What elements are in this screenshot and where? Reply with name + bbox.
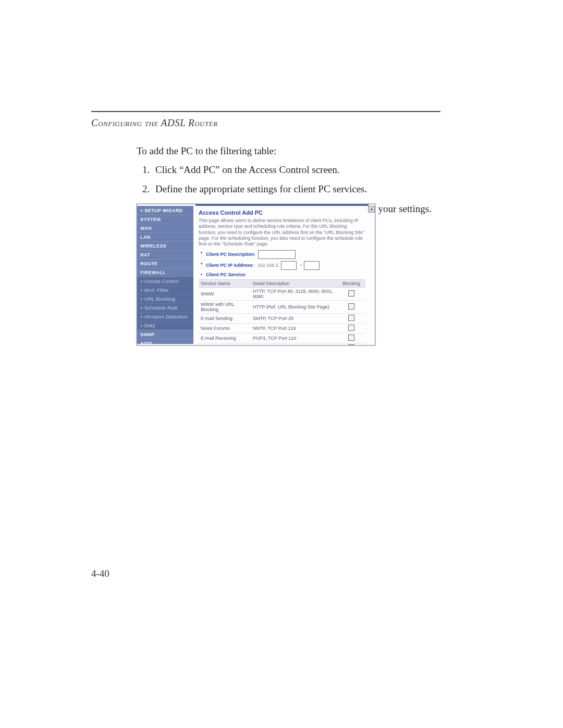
svc-detail: POP3, TCP Port 110: [251, 334, 337, 343]
blocking-checkbox[interactable]: [348, 303, 354, 310]
nav-sub-intrusion-detection[interactable]: » Intrusion Detection: [137, 312, 193, 321]
th-blocking: Blocking: [337, 280, 365, 288]
nav-sub-url-blocking[interactable]: » URL Blocking: [137, 294, 193, 303]
table-row: Secure HTTP HTTPS, TCP Port 443: [199, 343, 365, 346]
document-page: Configuring the ADSL Router To add the P…: [0, 0, 563, 728]
nav-sub-access-control[interactable]: » Access Control: [137, 277, 193, 286]
svc-name: WWW with URL Blocking: [199, 301, 251, 314]
svc-name: Secure HTTP: [199, 343, 251, 346]
service-table-header-row: Service Name Detail Description Blocking: [199, 280, 365, 288]
nav-adsl[interactable]: ADSL: [137, 339, 193, 344]
table-row: News Forums NNTP, TCP Port 119: [199, 324, 365, 334]
nav-system[interactable]: SYSTEM: [137, 215, 193, 224]
client-pc-ip-prefix: 192.168.2.: [258, 263, 280, 268]
table-row: WWW with URL Blocking HTTP (Ref. URL Blo…: [199, 301, 365, 314]
svc-detail: SMTP, TCP Port 25: [251, 314, 337, 324]
svc-detail: NNTP, TCP Port 119: [251, 324, 337, 334]
field-client-pc-description: Client PC Description:: [199, 250, 365, 259]
client-pc-ip-end[interactable]: [304, 261, 320, 270]
nav-sub-mac-filter[interactable]: » MAC Filter: [137, 286, 193, 294]
nav-wireless[interactable]: WIRELESS: [137, 241, 193, 250]
page-header: Configuring the ADSL Router: [91, 117, 218, 129]
nav-lan[interactable]: LAN: [137, 232, 193, 241]
accent-bar: [195, 204, 369, 206]
panel-title: Access Control Add PC: [199, 209, 365, 216]
client-pc-service-header: Client PC Service:: [199, 272, 365, 277]
svc-name: E-mail Receiving: [199, 334, 251, 343]
scroll-up-icon[interactable]: ▴: [368, 206, 375, 213]
client-pc-ip-sep: ~: [300, 263, 302, 268]
nav-route[interactable]: ROUTE: [137, 259, 193, 268]
table-row: WWW HTTP, TCP Port 80, 3128, 8000, 8001,…: [199, 288, 365, 301]
router-nav: » SETUP WIZARD SYSTEM WAN LAN WIRELESS N…: [137, 206, 193, 344]
nav-sub-dmz[interactable]: » DMZ: [137, 321, 193, 330]
table-row: E-mail Sending SMTP, TCP Port 25: [199, 314, 365, 324]
th-detail: Detail Description: [251, 280, 337, 288]
svc-name: E-mail Sending: [199, 314, 251, 324]
client-pc-ip-label: Client PC IP Address:: [206, 263, 254, 268]
svc-name: WWW: [199, 288, 251, 301]
table-row: E-mail Receiving POP3, TCP Port 110: [199, 334, 365, 343]
svc-detail: HTTP (Ref. URL Blocking Site Page): [251, 301, 337, 314]
client-pc-description-label: Client PC Description:: [206, 252, 255, 257]
blocking-checkbox[interactable]: [348, 344, 354, 346]
page-number: 4-40: [91, 568, 109, 579]
nav-snmp[interactable]: SNMP: [137, 330, 193, 339]
step-1: Click “Add PC” on the Access Control scr…: [152, 162, 443, 177]
th-service-name: Service Name: [199, 280, 251, 288]
svc-detail: HTTP, TCP Port 80, 3128, 8000, 8001, 808…: [251, 288, 337, 301]
nav-wan[interactable]: WAN: [137, 224, 193, 232]
client-pc-ip-start[interactable]: [281, 261, 297, 270]
top-rule: [91, 111, 440, 112]
nav-firewall[interactable]: FIREWALL: [137, 268, 193, 277]
nav-sub-schedule-rule[interactable]: » Schedule Rule: [137, 303, 193, 312]
svc-name: News Forums: [199, 324, 251, 334]
nav-setup-wizard[interactable]: » SETUP WIZARD: [137, 206, 193, 215]
intro-text: To add the PC to the filtering table:: [137, 143, 443, 158]
step-2: Define the appropriate settings for clie…: [152, 181, 443, 196]
panel-description: This page allows users to define service…: [199, 218, 365, 247]
blocking-checkbox[interactable]: [348, 325, 354, 331]
client-pc-description-input[interactable]: [258, 250, 296, 259]
router-screenshot: ▴ » SETUP WIZARD SYSTEM WAN LAN WIRELESS…: [137, 204, 375, 346]
svc-detail: HTTPS, TCP Port 443: [251, 343, 337, 346]
service-table: Service Name Detail Description Blocking…: [199, 279, 365, 346]
blocking-checkbox[interactable]: [348, 290, 354, 297]
nav-nat[interactable]: NAT: [137, 250, 193, 259]
blocking-checkbox[interactable]: [348, 315, 354, 321]
blocking-checkbox[interactable]: [348, 335, 354, 341]
field-client-pc-ip: Client PC IP Address: 192.168.2. ~: [199, 261, 365, 270]
router-content: Access Control Add PC This page allows u…: [195, 206, 369, 345]
